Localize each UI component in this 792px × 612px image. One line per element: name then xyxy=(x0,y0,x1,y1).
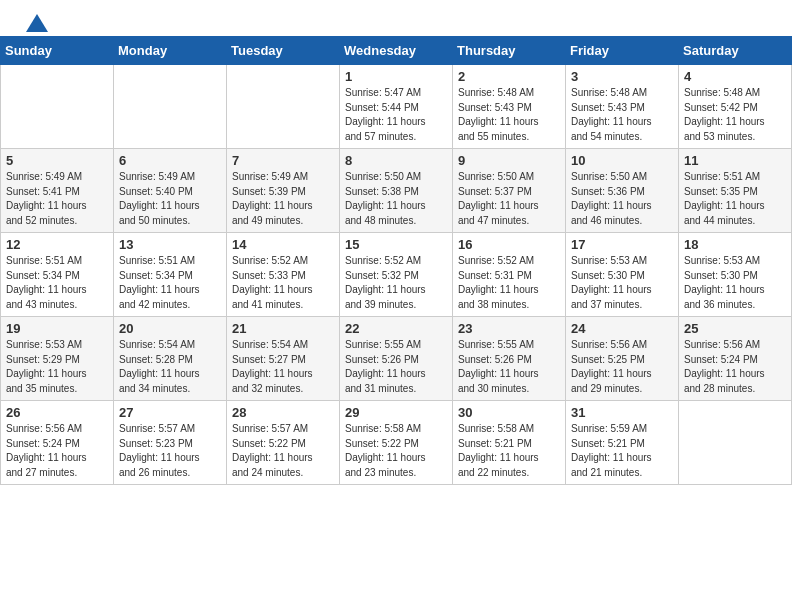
week-row: 5Sunrise: 5:49 AM Sunset: 5:41 PM Daylig… xyxy=(1,149,792,233)
calendar-cell: 3Sunrise: 5:48 AM Sunset: 5:43 PM Daylig… xyxy=(566,65,679,149)
day-info: Sunrise: 5:50 AM Sunset: 5:37 PM Dayligh… xyxy=(458,170,560,228)
day-number: 9 xyxy=(458,153,560,168)
calendar-cell: 22Sunrise: 5:55 AM Sunset: 5:26 PM Dayli… xyxy=(340,317,453,401)
day-number: 5 xyxy=(6,153,108,168)
day-number: 23 xyxy=(458,321,560,336)
calendar-cell: 9Sunrise: 5:50 AM Sunset: 5:37 PM Daylig… xyxy=(453,149,566,233)
calendar-cell: 24Sunrise: 5:56 AM Sunset: 5:25 PM Dayli… xyxy=(566,317,679,401)
week-row: 26Sunrise: 5:56 AM Sunset: 5:24 PM Dayli… xyxy=(1,401,792,485)
day-info: Sunrise: 5:50 AM Sunset: 5:38 PM Dayligh… xyxy=(345,170,447,228)
day-info: Sunrise: 5:49 AM Sunset: 5:41 PM Dayligh… xyxy=(6,170,108,228)
calendar-cell: 15Sunrise: 5:52 AM Sunset: 5:32 PM Dayli… xyxy=(340,233,453,317)
day-info: Sunrise: 5:58 AM Sunset: 5:22 PM Dayligh… xyxy=(345,422,447,480)
day-info: Sunrise: 5:52 AM Sunset: 5:32 PM Dayligh… xyxy=(345,254,447,312)
day-number: 18 xyxy=(684,237,786,252)
calendar-cell: 28Sunrise: 5:57 AM Sunset: 5:22 PM Dayli… xyxy=(227,401,340,485)
day-number: 8 xyxy=(345,153,447,168)
day-info: Sunrise: 5:53 AM Sunset: 5:30 PM Dayligh… xyxy=(684,254,786,312)
calendar-cell: 17Sunrise: 5:53 AM Sunset: 5:30 PM Dayli… xyxy=(566,233,679,317)
day-info: Sunrise: 5:56 AM Sunset: 5:25 PM Dayligh… xyxy=(571,338,673,396)
day-number: 15 xyxy=(345,237,447,252)
calendar-cell: 19Sunrise: 5:53 AM Sunset: 5:29 PM Dayli… xyxy=(1,317,114,401)
day-number: 21 xyxy=(232,321,334,336)
calendar-cell: 5Sunrise: 5:49 AM Sunset: 5:41 PM Daylig… xyxy=(1,149,114,233)
day-number: 30 xyxy=(458,405,560,420)
day-info: Sunrise: 5:54 AM Sunset: 5:27 PM Dayligh… xyxy=(232,338,334,396)
calendar-cell: 12Sunrise: 5:51 AM Sunset: 5:34 PM Dayli… xyxy=(1,233,114,317)
weekday-sunday: Sunday xyxy=(1,37,114,65)
header xyxy=(0,0,792,36)
day-number: 12 xyxy=(6,237,108,252)
day-number: 13 xyxy=(119,237,221,252)
calendar-cell: 30Sunrise: 5:58 AM Sunset: 5:21 PM Dayli… xyxy=(453,401,566,485)
day-info: Sunrise: 5:55 AM Sunset: 5:26 PM Dayligh… xyxy=(345,338,447,396)
calendar-cell xyxy=(1,65,114,149)
calendar-cell xyxy=(679,401,792,485)
calendar-cell: 4Sunrise: 5:48 AM Sunset: 5:42 PM Daylig… xyxy=(679,65,792,149)
calendar-cell: 18Sunrise: 5:53 AM Sunset: 5:30 PM Dayli… xyxy=(679,233,792,317)
day-info: Sunrise: 5:53 AM Sunset: 5:29 PM Dayligh… xyxy=(6,338,108,396)
day-number: 28 xyxy=(232,405,334,420)
day-info: Sunrise: 5:52 AM Sunset: 5:33 PM Dayligh… xyxy=(232,254,334,312)
calendar-cell: 1Sunrise: 5:47 AM Sunset: 5:44 PM Daylig… xyxy=(340,65,453,149)
week-row: 19Sunrise: 5:53 AM Sunset: 5:29 PM Dayli… xyxy=(1,317,792,401)
calendar-cell: 6Sunrise: 5:49 AM Sunset: 5:40 PM Daylig… xyxy=(114,149,227,233)
calendar-cell: 23Sunrise: 5:55 AM Sunset: 5:26 PM Dayli… xyxy=(453,317,566,401)
day-info: Sunrise: 5:53 AM Sunset: 5:30 PM Dayligh… xyxy=(571,254,673,312)
day-info: Sunrise: 5:56 AM Sunset: 5:24 PM Dayligh… xyxy=(6,422,108,480)
calendar-cell: 8Sunrise: 5:50 AM Sunset: 5:38 PM Daylig… xyxy=(340,149,453,233)
day-number: 10 xyxy=(571,153,673,168)
calendar-cell: 11Sunrise: 5:51 AM Sunset: 5:35 PM Dayli… xyxy=(679,149,792,233)
day-number: 25 xyxy=(684,321,786,336)
logo-icon xyxy=(26,14,48,32)
day-number: 29 xyxy=(345,405,447,420)
week-row: 12Sunrise: 5:51 AM Sunset: 5:34 PM Dayli… xyxy=(1,233,792,317)
weekday-tuesday: Tuesday xyxy=(227,37,340,65)
calendar: SundayMondayTuesdayWednesdayThursdayFrid… xyxy=(0,36,792,485)
day-number: 24 xyxy=(571,321,673,336)
calendar-cell: 13Sunrise: 5:51 AM Sunset: 5:34 PM Dayli… xyxy=(114,233,227,317)
week-row: 1Sunrise: 5:47 AM Sunset: 5:44 PM Daylig… xyxy=(1,65,792,149)
day-info: Sunrise: 5:48 AM Sunset: 5:43 PM Dayligh… xyxy=(458,86,560,144)
calendar-cell: 14Sunrise: 5:52 AM Sunset: 5:33 PM Dayli… xyxy=(227,233,340,317)
weekday-thursday: Thursday xyxy=(453,37,566,65)
calendar-cell: 26Sunrise: 5:56 AM Sunset: 5:24 PM Dayli… xyxy=(1,401,114,485)
day-number: 11 xyxy=(684,153,786,168)
day-number: 3 xyxy=(571,69,673,84)
day-info: Sunrise: 5:47 AM Sunset: 5:44 PM Dayligh… xyxy=(345,86,447,144)
svg-marker-0 xyxy=(26,14,48,32)
day-number: 6 xyxy=(119,153,221,168)
day-number: 1 xyxy=(345,69,447,84)
day-number: 16 xyxy=(458,237,560,252)
day-info: Sunrise: 5:57 AM Sunset: 5:23 PM Dayligh… xyxy=(119,422,221,480)
weekday-saturday: Saturday xyxy=(679,37,792,65)
day-info: Sunrise: 5:48 AM Sunset: 5:43 PM Dayligh… xyxy=(571,86,673,144)
calendar-cell: 20Sunrise: 5:54 AM Sunset: 5:28 PM Dayli… xyxy=(114,317,227,401)
day-info: Sunrise: 5:51 AM Sunset: 5:35 PM Dayligh… xyxy=(684,170,786,228)
day-info: Sunrise: 5:57 AM Sunset: 5:22 PM Dayligh… xyxy=(232,422,334,480)
logo xyxy=(24,16,48,28)
day-info: Sunrise: 5:54 AM Sunset: 5:28 PM Dayligh… xyxy=(119,338,221,396)
weekday-row: SundayMondayTuesdayWednesdayThursdayFrid… xyxy=(1,37,792,65)
day-number: 20 xyxy=(119,321,221,336)
day-number: 27 xyxy=(119,405,221,420)
day-info: Sunrise: 5:50 AM Sunset: 5:36 PM Dayligh… xyxy=(571,170,673,228)
calendar-cell: 21Sunrise: 5:54 AM Sunset: 5:27 PM Dayli… xyxy=(227,317,340,401)
weekday-monday: Monday xyxy=(114,37,227,65)
day-info: Sunrise: 5:59 AM Sunset: 5:21 PM Dayligh… xyxy=(571,422,673,480)
calendar-cell: 25Sunrise: 5:56 AM Sunset: 5:24 PM Dayli… xyxy=(679,317,792,401)
day-number: 22 xyxy=(345,321,447,336)
day-number: 7 xyxy=(232,153,334,168)
day-number: 14 xyxy=(232,237,334,252)
day-number: 26 xyxy=(6,405,108,420)
calendar-header: SundayMondayTuesdayWednesdayThursdayFrid… xyxy=(1,37,792,65)
calendar-cell: 10Sunrise: 5:50 AM Sunset: 5:36 PM Dayli… xyxy=(566,149,679,233)
day-info: Sunrise: 5:56 AM Sunset: 5:24 PM Dayligh… xyxy=(684,338,786,396)
day-info: Sunrise: 5:48 AM Sunset: 5:42 PM Dayligh… xyxy=(684,86,786,144)
day-number: 17 xyxy=(571,237,673,252)
day-info: Sunrise: 5:49 AM Sunset: 5:40 PM Dayligh… xyxy=(119,170,221,228)
day-info: Sunrise: 5:52 AM Sunset: 5:31 PM Dayligh… xyxy=(458,254,560,312)
calendar-cell: 31Sunrise: 5:59 AM Sunset: 5:21 PM Dayli… xyxy=(566,401,679,485)
day-info: Sunrise: 5:55 AM Sunset: 5:26 PM Dayligh… xyxy=(458,338,560,396)
day-number: 4 xyxy=(684,69,786,84)
